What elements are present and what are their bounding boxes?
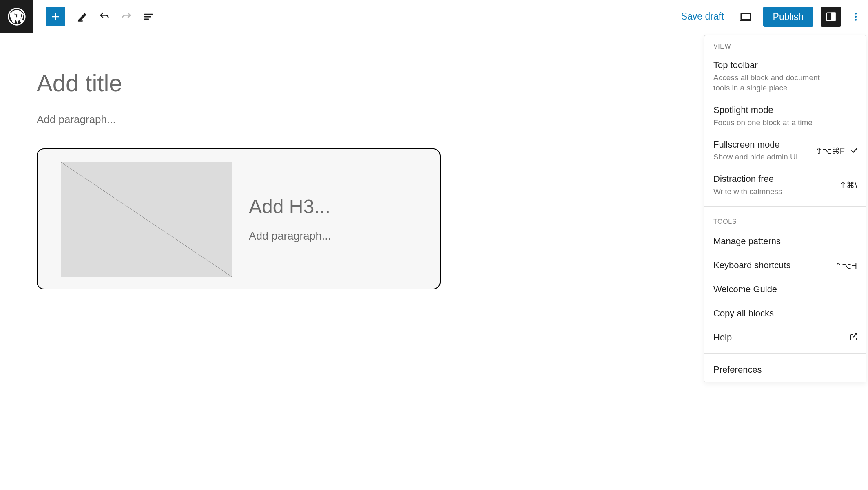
edit-mode-button[interactable] — [73, 7, 92, 26]
desktop-icon — [740, 11, 752, 23]
menu-item-description: Focus on one block at a time — [713, 117, 836, 128]
menu-item-fullscreen-mode[interactable]: Fullscreen mode Show and hide admin UI ⇧… — [704, 134, 866, 168]
menu-item-top-toolbar[interactable]: Top toolbar Access all block and documen… — [704, 54, 866, 99]
heading-block-placeholder[interactable]: Add H3... — [249, 195, 331, 218]
wordpress-icon — [8, 8, 26, 26]
menu-item-preferences[interactable]: Preferences — [704, 358, 866, 382]
editor-content: Add title Add paragraph... Add H3... Add… — [37, 70, 441, 289]
menu-item-title: Spotlight mode — [713, 104, 857, 117]
svg-point-4 — [855, 15, 857, 17]
media-text-content: Add H3... Add paragraph... — [249, 162, 331, 276]
kebab-icon — [850, 11, 861, 22]
menu-item-distraction-free[interactable]: Distraction free Write with calmness ⇧⌘\ — [704, 168, 866, 202]
external-link-icon — [849, 332, 859, 343]
settings-sidebar-button[interactable] — [821, 7, 841, 27]
menu-item-keyboard-shortcuts[interactable]: Keyboard shortcuts ⌃⌥H — [704, 254, 866, 278]
editor-top-toolbar: Save draft Publish — [0, 0, 868, 33]
svg-point-5 — [855, 19, 857, 20]
menu-divider — [704, 353, 866, 354]
menu-section-tools-label: TOOLS — [704, 211, 866, 230]
menu-item-title: Help — [713, 331, 857, 344]
menu-item-description: Access all block and document tools in a… — [713, 73, 836, 93]
menu-item-help[interactable]: Help — [704, 326, 866, 350]
plus-icon — [50, 11, 61, 22]
preview-button[interactable] — [735, 7, 756, 27]
svg-line-6 — [61, 162, 232, 277]
media-placeholder[interactable] — [61, 162, 232, 277]
svg-point-3 — [855, 13, 857, 14]
check-icon — [850, 146, 859, 156]
image-placeholder-icon — [61, 162, 232, 277]
toolbar-left-group — [33, 7, 161, 26]
pencil-icon — [77, 11, 88, 22]
toolbar-right-group: Save draft Publish — [677, 7, 868, 27]
options-menu-button[interactable] — [848, 7, 863, 27]
document-overview-button[interactable] — [139, 7, 158, 26]
menu-item-copy-all-blocks[interactable]: Copy all blocks — [704, 302, 866, 326]
publish-button[interactable]: Publish — [763, 7, 813, 27]
menu-item-title: Top toolbar — [713, 59, 857, 72]
menu-item-shortcut: ⇧⌥⌘F — [815, 146, 845, 156]
menu-item-welcome-guide[interactable]: Welcome Guide — [704, 278, 866, 302]
options-dropdown-menu: VIEW Top toolbar Access all block and do… — [704, 35, 866, 382]
menu-section-view-label: VIEW — [704, 35, 866, 54]
menu-item-title: Welcome Guide — [713, 283, 857, 296]
svg-rect-2 — [832, 13, 835, 20]
menu-item-title: Preferences — [713, 364, 857, 376]
undo-icon — [99, 11, 110, 22]
paragraph-block-placeholder[interactable]: Add paragraph... — [249, 230, 331, 243]
menu-item-shortcut: ⌃⌥H — [835, 261, 857, 271]
redo-button[interactable] — [117, 7, 136, 26]
paragraph-block-placeholder[interactable]: Add paragraph... — [37, 113, 441, 126]
redo-icon — [121, 11, 132, 22]
menu-item-title: Distraction free — [713, 173, 857, 185]
wordpress-logo[interactable] — [0, 0, 33, 33]
menu-divider — [704, 206, 866, 207]
post-title-input[interactable]: Add title — [37, 70, 441, 96]
menu-item-title: Copy all blocks — [713, 307, 857, 320]
block-inserter-button[interactable] — [46, 7, 65, 26]
menu-item-shortcut: ⇧⌘\ — [839, 180, 857, 190]
menu-item-manage-patterns[interactable]: Manage patterns — [704, 230, 866, 254]
list-view-icon — [143, 11, 154, 22]
media-text-block[interactable]: Add H3... Add paragraph... — [37, 148, 441, 289]
menu-item-title: Manage patterns — [713, 235, 857, 248]
undo-button[interactable] — [95, 7, 114, 26]
menu-item-spotlight-mode[interactable]: Spotlight mode Focus on one block at a t… — [704, 99, 866, 133]
save-draft-button[interactable]: Save draft — [677, 8, 728, 25]
sidebar-panel-icon — [825, 11, 837, 22]
menu-item-description: Write with calmness — [713, 186, 836, 197]
